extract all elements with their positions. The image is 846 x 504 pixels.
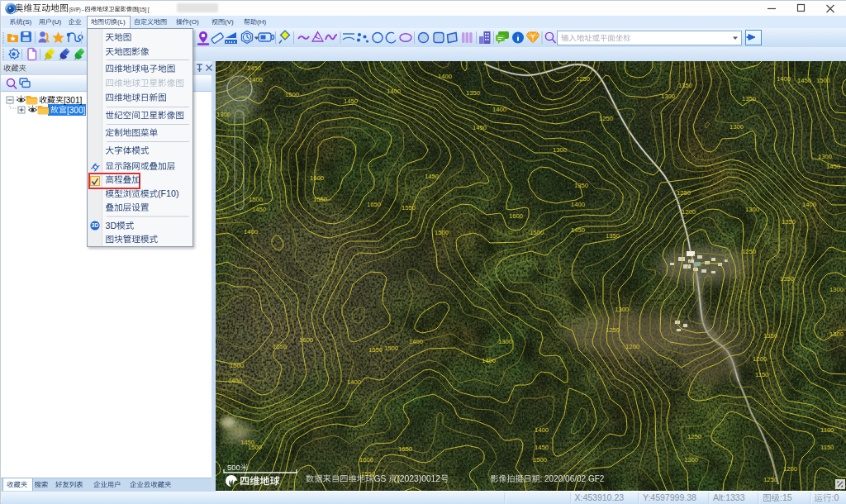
svg-text:1600: 1600 xyxy=(509,212,523,220)
svg-text:1500: 1500 xyxy=(816,77,830,84)
svg-text:: 2020/06/02 GF2: : 2020/06/02 GF2 xyxy=(540,474,605,483)
svg-text:1600: 1600 xyxy=(310,174,324,182)
svg-text:1350: 1350 xyxy=(606,232,620,240)
svg-text:1250: 1250 xyxy=(677,189,691,197)
svg-text:1150: 1150 xyxy=(820,444,834,451)
svg-text:1250: 1250 xyxy=(687,433,701,440)
svg-text:1400: 1400 xyxy=(249,76,263,83)
svg-text:1400: 1400 xyxy=(244,228,258,235)
svg-text:1500: 1500 xyxy=(285,91,299,98)
svg-text:1200: 1200 xyxy=(753,355,767,363)
svg-text:1500: 1500 xyxy=(530,229,544,236)
svg-text:1650: 1650 xyxy=(367,201,381,208)
svg-text:1350: 1350 xyxy=(782,218,796,226)
svg-text:1600: 1600 xyxy=(299,336,313,344)
svg-text:1300: 1300 xyxy=(684,456,698,464)
svg-text:1300: 1300 xyxy=(498,338,512,345)
svg-text:1500: 1500 xyxy=(435,229,449,236)
svg-text:1450: 1450 xyxy=(344,97,358,105)
svg-text:1350: 1350 xyxy=(466,89,480,97)
svg-text:1250: 1250 xyxy=(576,75,590,83)
svg-text:1450: 1450 xyxy=(252,206,266,213)
svg-text:1400: 1400 xyxy=(802,201,816,208)
svg-text:1250: 1250 xyxy=(742,248,756,255)
svg-text:1400: 1400 xyxy=(492,106,506,113)
svg-text:1300: 1300 xyxy=(730,123,744,131)
svg-text:1200: 1200 xyxy=(682,208,696,216)
svg-text:1300: 1300 xyxy=(829,286,844,293)
svg-text:1400: 1400 xyxy=(347,378,361,386)
svg-text:1400: 1400 xyxy=(482,357,496,364)
svg-text:1600: 1600 xyxy=(359,456,373,464)
svg-text:1500: 1500 xyxy=(249,196,263,203)
svg-text:500: 500 xyxy=(227,463,240,472)
svg-text:1450: 1450 xyxy=(826,163,840,170)
svg-text:1350: 1350 xyxy=(763,332,777,340)
svg-text:1500: 1500 xyxy=(248,444,262,451)
svg-text:1250: 1250 xyxy=(606,326,620,334)
svg-text:1350: 1350 xyxy=(742,95,756,102)
svg-text:1250: 1250 xyxy=(599,115,613,122)
svg-text:1300: 1300 xyxy=(615,306,629,313)
svg-text:1650: 1650 xyxy=(273,343,287,350)
svg-text:1350: 1350 xyxy=(678,82,692,89)
svg-text:(2023)0012: (2023)0012 xyxy=(397,474,440,483)
svg-text:1350: 1350 xyxy=(574,182,588,189)
svg-text:1450: 1450 xyxy=(425,173,439,180)
svg-text:1550: 1550 xyxy=(313,196,327,203)
svg-text:1200: 1200 xyxy=(783,465,797,473)
svg-text:1300: 1300 xyxy=(745,206,759,213)
svg-text:1300: 1300 xyxy=(829,330,844,338)
svg-text:1300: 1300 xyxy=(216,111,231,118)
svg-text:1450: 1450 xyxy=(473,124,487,131)
svg-text:1450: 1450 xyxy=(247,64,261,72)
svg-text:1500: 1500 xyxy=(533,456,547,464)
svg-text:1450: 1450 xyxy=(535,444,549,451)
svg-text:1550: 1550 xyxy=(402,204,416,212)
svg-text:1250: 1250 xyxy=(763,476,777,483)
svg-text:1300: 1300 xyxy=(818,153,832,160)
svg-text:1400: 1400 xyxy=(438,73,452,80)
svg-text:1500: 1500 xyxy=(230,362,244,369)
svg-text:1300: 1300 xyxy=(661,93,675,100)
svg-text:1400: 1400 xyxy=(777,75,791,83)
svg-text:1100: 1100 xyxy=(820,426,834,434)
svg-text:1200: 1200 xyxy=(625,343,639,350)
svg-text:1450: 1450 xyxy=(228,377,242,384)
svg-text:1450: 1450 xyxy=(797,77,811,84)
svg-text:1400: 1400 xyxy=(409,338,423,345)
svg-text:1300: 1300 xyxy=(553,146,567,154)
svg-text:1400: 1400 xyxy=(535,426,549,434)
svg-text:1350: 1350 xyxy=(780,275,794,283)
svg-text:GS: GS xyxy=(373,474,386,483)
svg-text:1150: 1150 xyxy=(755,371,768,378)
svg-text:1400: 1400 xyxy=(387,88,401,95)
svg-text:1500: 1500 xyxy=(384,345,398,352)
svg-text:1400: 1400 xyxy=(571,201,585,208)
svg-text:1550: 1550 xyxy=(368,346,383,354)
svg-text:1650: 1650 xyxy=(398,445,412,453)
svg-text:1450: 1450 xyxy=(571,226,585,234)
